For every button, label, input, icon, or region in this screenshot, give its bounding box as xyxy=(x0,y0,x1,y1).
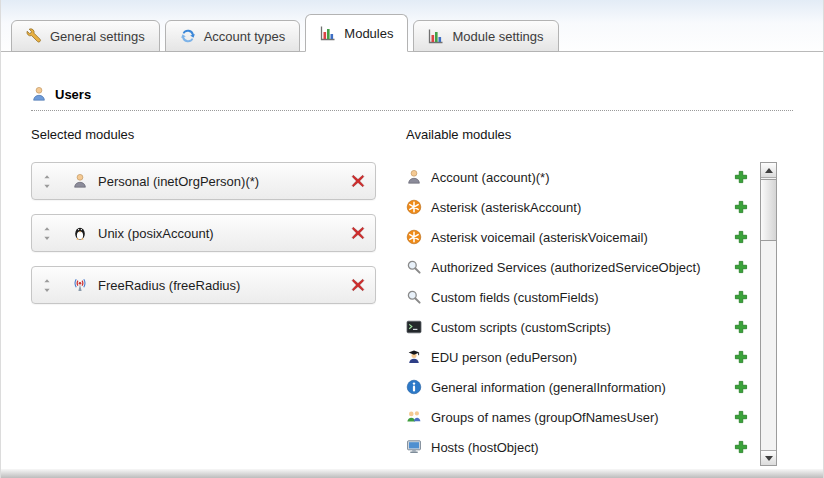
plus-icon xyxy=(734,200,748,214)
person-icon xyxy=(72,173,88,189)
tab-label: Account types xyxy=(204,29,286,44)
tab-panel-modules: Users Selected modules Personal (inetOrg… xyxy=(1,52,823,466)
terminal-icon xyxy=(406,319,422,335)
triangle-down-icon xyxy=(765,456,773,461)
scrollbar-up-button[interactable] xyxy=(761,163,776,178)
available-module-label: Groups of names (groupOfNamesUser) xyxy=(431,410,725,425)
add-module-button[interactable] xyxy=(734,260,748,274)
remove-module-button[interactable] xyxy=(351,174,365,188)
delete-cross-icon xyxy=(351,174,365,188)
available-module-row: Custom fields (customFields) xyxy=(406,282,760,312)
available-module-row: Asterisk (asteriskAccount) xyxy=(406,192,760,222)
remove-module-button[interactable] xyxy=(351,278,365,292)
available-module-row: Hosts (hostObject) xyxy=(406,432,760,462)
available-module-row: Authorized Services (authorizedServiceOb… xyxy=(406,252,760,282)
plus-icon xyxy=(734,230,748,244)
available-module-label: EDU person (eduPerson) xyxy=(431,350,725,365)
delete-cross-icon xyxy=(351,226,365,240)
tab-bar: General settings Account types Modules M… xyxy=(1,0,823,52)
available-module-label: Asterisk (asteriskAccount) xyxy=(431,200,725,215)
antenna-icon xyxy=(72,277,88,293)
selected-module-content: FreeRadius (freeRadius) xyxy=(72,277,351,293)
available-module-row: Groups of names (groupOfNamesUser) xyxy=(406,402,760,432)
add-module-button[interactable] xyxy=(734,170,748,184)
add-module-button[interactable] xyxy=(734,380,748,394)
available-module-label: Account (account)(*) xyxy=(431,170,725,185)
graduate-icon xyxy=(406,349,422,365)
add-module-button[interactable] xyxy=(734,230,748,244)
available-module-label: Hosts (hostObject) xyxy=(431,440,725,455)
selected-modules-heading: Selected modules xyxy=(31,127,376,142)
users-section-heading: Users xyxy=(31,86,793,111)
plus-icon xyxy=(734,320,748,334)
available-module-label: Authorized Services (authorizedServiceOb… xyxy=(431,260,725,275)
selected-module-label: FreeRadius (freeRadius) xyxy=(98,278,240,293)
info-icon xyxy=(406,379,422,395)
wrench-icon xyxy=(26,28,42,44)
selected-module-row[interactable]: Unix (posixAccount) xyxy=(31,214,376,252)
selected-module-content: Unix (posixAccount) xyxy=(72,225,351,241)
triangle-up-icon xyxy=(765,168,773,173)
add-module-button[interactable] xyxy=(734,290,748,304)
selected-module-row[interactable]: Personal (inetOrgPerson)(*) xyxy=(31,162,376,200)
delete-cross-icon xyxy=(351,278,365,292)
refresh-icon xyxy=(180,28,196,44)
lam-configuration-page: General settings Account types Modules M… xyxy=(0,0,824,478)
tab-module-settings[interactable]: Module settings xyxy=(413,20,558,52)
asterisk-icon xyxy=(406,199,422,215)
plus-icon xyxy=(734,260,748,274)
add-module-button[interactable] xyxy=(734,200,748,214)
plus-icon xyxy=(734,350,748,364)
available-modules-list-wrap: Account (account)(*) Asterisk (asteriskA… xyxy=(406,162,777,466)
add-module-button[interactable] xyxy=(734,440,748,454)
footer-gradient xyxy=(1,469,823,478)
selected-module-label: Unix (posixAccount) xyxy=(98,226,214,241)
selected-module-label: Personal (inetOrgPerson)(*) xyxy=(98,174,259,189)
tab-label: Modules xyxy=(344,26,393,41)
available-modules-heading: Available modules xyxy=(406,127,777,142)
tab-account-types[interactable]: Account types xyxy=(165,20,301,52)
available-module-row: Account (account)(*) xyxy=(406,162,760,192)
tab-general-settings[interactable]: General settings xyxy=(11,20,160,52)
user-icon xyxy=(31,86,47,102)
available-modules-column: Available modules Account (account)(*) xyxy=(406,127,777,466)
selected-modules-column: Selected modules Personal (inetOrgPerson… xyxy=(31,127,376,466)
section-title: Users xyxy=(55,87,91,102)
drag-handle-icon[interactable] xyxy=(42,278,54,293)
available-module-label: Custom scripts (customScripts) xyxy=(431,320,725,335)
remove-module-button[interactable] xyxy=(351,226,365,240)
magnifier-icon xyxy=(406,259,422,275)
available-modules-scrollbar[interactable] xyxy=(760,162,777,466)
penguin-icon xyxy=(72,225,88,241)
selected-module-row[interactable]: FreeRadius (freeRadius) xyxy=(31,266,376,304)
plus-icon xyxy=(734,290,748,304)
plus-icon xyxy=(734,380,748,394)
drag-handle-icon[interactable] xyxy=(42,174,54,189)
selected-module-content: Personal (inetOrgPerson)(*) xyxy=(72,173,351,189)
modules-columns: Selected modules Personal (inetOrgPerson… xyxy=(31,127,793,466)
scrollbar-down-button[interactable] xyxy=(761,450,776,465)
chart-icon xyxy=(320,25,336,41)
add-module-button[interactable] xyxy=(734,350,748,364)
available-module-label: Custom fields (customFields) xyxy=(431,290,725,305)
available-module-row: General information (generalInformation) xyxy=(406,372,760,402)
add-module-button[interactable] xyxy=(734,320,748,334)
group-icon xyxy=(406,409,422,425)
person-icon xyxy=(406,169,422,185)
scrollbar-thumb[interactable] xyxy=(761,179,776,241)
tab-label: General settings xyxy=(50,29,145,44)
available-module-row: Custom scripts (customScripts) xyxy=(406,312,760,342)
tab-label: Module settings xyxy=(452,29,543,44)
chart-icon xyxy=(428,28,444,44)
drag-handle-icon[interactable] xyxy=(42,226,54,241)
available-module-row: EDU person (eduPerson) xyxy=(406,342,760,372)
asterisk-icon xyxy=(406,229,422,245)
plus-icon xyxy=(734,170,748,184)
available-module-label: Asterisk voicemail (asteriskVoicemail) xyxy=(431,230,725,245)
computer-icon xyxy=(406,439,422,455)
plus-icon xyxy=(734,410,748,424)
add-module-button[interactable] xyxy=(734,410,748,424)
tab-modules[interactable]: Modules xyxy=(305,14,408,52)
magnifier-icon xyxy=(406,289,422,305)
plus-icon xyxy=(734,440,748,454)
